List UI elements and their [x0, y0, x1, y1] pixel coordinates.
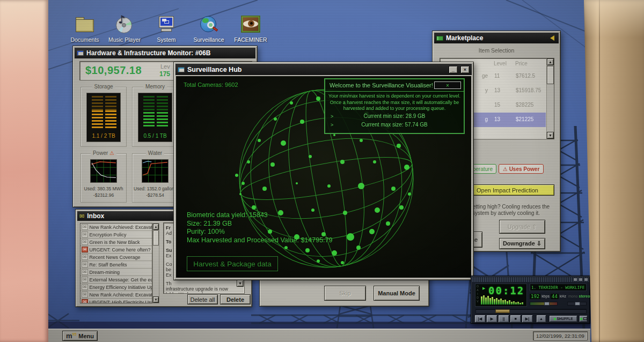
- clutter-bar[interactable]: OAIDV: [476, 285, 479, 306]
- water-cost: -$278.54: [133, 192, 178, 198]
- harvest-package-button[interactable]: Harvest & Package data: [187, 256, 278, 271]
- time-display[interactable]: 00:12: [488, 285, 524, 296]
- desktop-icon-music-player[interactable]: ♪ Music Player: [105, 14, 144, 43]
- power-warning-icon: ⚠: [109, 150, 114, 156]
- message-row[interactable]: Dream-mining: [80, 269, 152, 276]
- scroll-thumb[interactable]: [153, 231, 159, 246]
- body-text: lable. We have also: [166, 292, 208, 294]
- delete-button[interactable]: Delete: [220, 294, 251, 304]
- message-row[interactable]: New Rank Achieved: Excavato...: [80, 291, 152, 299]
- clock-tray: 12/02/1999, 22:31:09: [533, 331, 588, 340]
- scroll-up-button[interactable]: ▲: [153, 224, 159, 230]
- body-text: Ex: [166, 272, 172, 278]
- player-titlebar[interactable]: [472, 277, 589, 282]
- message-row-urgent[interactable]: URGENT: High Electricity Usage: [80, 299, 152, 303]
- power-graph: [90, 159, 117, 183]
- bezel-seam: [599, 0, 600, 342]
- balance-slider[interactable]: [567, 302, 587, 306]
- memory-group: Memory 0.5 / 1 TB: [132, 87, 178, 147]
- message-row[interactable]: Re: Staff Benefits: [80, 261, 152, 269]
- volume-slider[interactable]: [530, 302, 558, 306]
- power-group: Power ⚠ Used: 380.35 MWh -$2312.96: [80, 153, 127, 203]
- icon-label: System: [157, 36, 175, 43]
- body-text: Th: [166, 281, 172, 286]
- player-minimize-button[interactable]: [573, 278, 577, 281]
- speaker-icon[interactable]: [550, 35, 554, 41]
- scroll-down-button[interactable]: ▼: [153, 296, 159, 303]
- desktop-icon-system[interactable]: System: [147, 14, 186, 43]
- eject-button[interactable]: ▲: [536, 315, 546, 323]
- volume-handle[interactable]: [544, 302, 550, 306]
- pane-scroll-down-button[interactable]: ▼: [237, 280, 244, 287]
- message-row[interactable]: Energy Efficiency Initiative Upd...: [80, 284, 152, 291]
- message-row[interactable]: Recent News Coverage: [80, 254, 152, 261]
- track-display[interactable]: 1. TEKRIDER - WORKLIFE <3:48>: [530, 284, 587, 291]
- shuffle-button[interactable]: SHUFFLE: [549, 315, 577, 322]
- power-label: Power: [93, 150, 108, 156]
- pause-button[interactable]: ||: [498, 315, 509, 323]
- play-button[interactable]: ▶: [486, 315, 497, 323]
- repeat-button[interactable]: [579, 315, 588, 322]
- info-line-1: gs getting high? Cooling reduces the: [463, 204, 550, 210]
- folder-icon: [74, 14, 96, 34]
- os-logo-95: 95: [72, 332, 77, 336]
- desktop-icon-surveillance[interactable]: Surveillance: [189, 14, 228, 43]
- hardware-monitor-titlebar[interactable]: Hardware & Infrastructure Monitor: #06B: [75, 48, 255, 58]
- scroll-up-button[interactable]: ▲: [547, 58, 554, 65]
- column-level: Level: [494, 61, 507, 66]
- stop-button[interactable]: ■: [510, 315, 521, 323]
- dialog-close-button[interactable]: ×: [434, 81, 461, 89]
- message-row[interactable]: New Rank Achieved: Excavato...: [80, 224, 152, 231]
- item-price: $15918.75: [516, 87, 541, 93]
- list-scrollbar[interactable]: ▲ ▼: [546, 58, 554, 139]
- dialog-line: Your min/max harvest size is dependent o…: [328, 93, 460, 99]
- item-level: 11: [494, 73, 500, 79]
- message-row[interactable]: Green is the New Black: [80, 239, 152, 246]
- icon-label: Documents: [70, 36, 99, 43]
- scroll-thumb[interactable]: [547, 66, 554, 84]
- seek-handle[interactable]: [495, 309, 510, 313]
- message-row[interactable]: Encryption Policy: [80, 231, 152, 239]
- warning-icon: ⚠: [503, 166, 508, 172]
- player-close-button[interactable]: [584, 278, 588, 281]
- player-shade-button[interactable]: [579, 278, 583, 281]
- balance-handle[interactable]: [575, 302, 580, 306]
- cd-icon: ♪: [114, 14, 135, 34]
- from-label: Fr: [166, 225, 171, 231]
- seek-bar[interactable]: [475, 309, 587, 314]
- message-row[interactable]: External Message: Get the edge...: [80, 276, 152, 284]
- downgrade-button[interactable]: Downgrade ⇩: [499, 238, 545, 249]
- desktop-icon-documents[interactable]: Documents: [65, 14, 104, 43]
- marketplace-titlebar[interactable]: Marketplace: [434, 33, 559, 43]
- clock: 12/02/1999, 22:31:09: [536, 333, 584, 339]
- minimize-button[interactable]: _: [449, 66, 458, 73]
- bitrate-unit: kbps: [541, 294, 550, 298]
- next-button[interactable]: ▶|: [522, 315, 533, 323]
- open-impact-prediction-button[interactable]: Open Impact Prediction: [461, 184, 554, 196]
- upgrade-button[interactable]: Upgrade ⇧: [499, 220, 545, 234]
- desktop-icon-faceminer[interactable]: FACEMINER: [231, 14, 270, 43]
- window-title: Hardware & Infrastructure Monitor: #06B: [86, 49, 210, 57]
- manual-mode-button[interactable]: Manual Mode: [374, 286, 420, 301]
- inbox-scrollbar[interactable]: ▲ ▼: [152, 223, 159, 303]
- item-level: 13: [494, 87, 500, 93]
- balance-value: $10,957.18: [85, 64, 142, 77]
- dialog-line: harvested and added to your processing q…: [343, 106, 446, 111]
- subject-label: Su: [166, 248, 172, 253]
- computer-icon: [77, 50, 84, 56]
- surveillance-hub-titlebar[interactable]: Surveillance Hub _ ×: [175, 64, 472, 75]
- money-icon: [436, 36, 443, 41]
- dialog-line: Once a harvest reaches the max size, it …: [330, 100, 459, 105]
- to-label: To: [166, 239, 171, 244]
- menu-button[interactable]: m95 Menu: [62, 331, 98, 341]
- message-row-urgent[interactable]: URGENT: Come here often?: [80, 246, 152, 254]
- close-button[interactable]: ×: [460, 66, 470, 73]
- welcome-dialog-titlebar[interactable]: Welcome to the Surveillance Visualiser! …: [325, 79, 464, 92]
- scroll-down-button[interactable]: ▼: [547, 132, 554, 139]
- stream-info: 192 kbps 44 kHz mono stereo: [530, 293, 587, 299]
- previous-button[interactable]: |◀: [474, 315, 486, 323]
- stat-yield: Biometric data yield: 15843: [187, 211, 268, 219]
- skip-button[interactable]: Skip: [324, 286, 366, 301]
- subject-value: Ex: [166, 253, 172, 258]
- delete-all-button[interactable]: Delete all: [187, 294, 218, 304]
